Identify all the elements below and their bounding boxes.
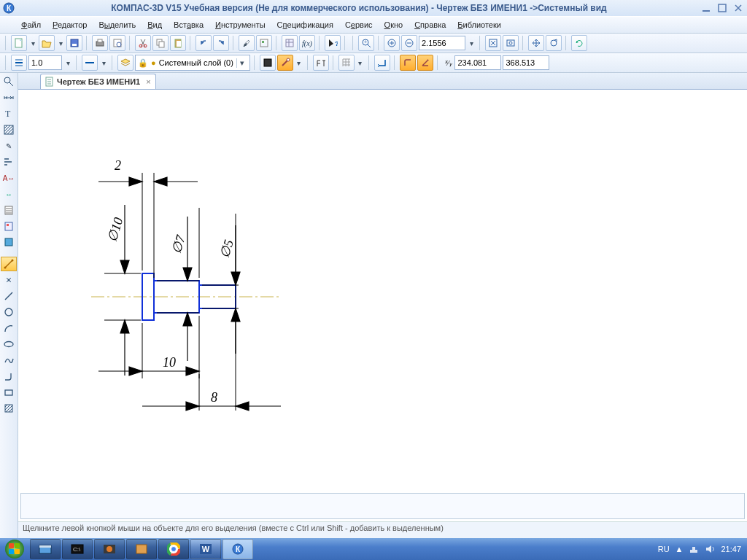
- tool-measure[interactable]: A↔: [1, 171, 17, 185]
- zoom-fit-button[interactable]: [485, 35, 501, 51]
- lang-indicator[interactable]: RU: [658, 545, 670, 553]
- ortho-button[interactable]: [374, 55, 390, 71]
- snap-dropdown[interactable]: ▾: [295, 55, 303, 71]
- menu-help[interactable]: Справка: [409, 19, 451, 31]
- print-preview-button[interactable]: [109, 35, 125, 51]
- tool-params[interactable]: [1, 155, 17, 169]
- tool-segment[interactable]: [1, 289, 17, 303]
- round-button[interactable]: [400, 55, 416, 71]
- open-button[interactable]: [39, 35, 55, 51]
- document-tab[interactable]: Чертеж БЕЗ ИМЕНИ1 ×: [40, 74, 156, 89]
- task-explorer[interactable]: [30, 539, 61, 559]
- task-kompas[interactable]: К: [222, 539, 253, 559]
- coord-y-field[interactable]: 368.513: [503, 55, 549, 70]
- clock[interactable]: 21:47: [721, 545, 741, 553]
- layer-combo[interactable]: 🔒 ● Системный слой (0) ▾: [135, 55, 250, 71]
- tool-spline[interactable]: [1, 353, 17, 368]
- zoom-window-button[interactable]: +: [358, 35, 374, 51]
- menu-libs[interactable]: Библиотеки: [452, 19, 506, 31]
- drawing-canvas[interactable]: 2 ∅10: [18, 90, 747, 491]
- task-word[interactable]: W: [190, 539, 221, 559]
- start-button[interactable]: [0, 538, 29, 560]
- tool-text[interactable]: T: [1, 106, 17, 121]
- svg-point-42: [5, 308, 12, 316]
- tool-ellipse[interactable]: [1, 337, 17, 351]
- tool-line[interactable]: [1, 257, 17, 271]
- redo-button[interactable]: [213, 35, 229, 51]
- tool-properties-button[interactable]: [256, 35, 272, 51]
- tool-rect[interactable]: [1, 385, 17, 400]
- tool-edit[interactable]: ✎: [1, 139, 17, 153]
- local-cs-button[interactable]: [417, 55, 433, 71]
- rotate-button[interactable]: [546, 35, 562, 51]
- tool-fillet[interactable]: [1, 369, 17, 384]
- tool-hatch[interactable]: [1, 122, 17, 137]
- tool-point[interactable]: [1, 273, 17, 287]
- maximize-button[interactable]: [716, 2, 728, 14]
- linewidth-field[interactable]: 1.0: [28, 55, 62, 70]
- task-app2[interactable]: [126, 539, 157, 559]
- tool-insert[interactable]: [1, 235, 17, 249]
- tray-volume-icon[interactable]: [705, 544, 715, 554]
- zoom-out-button[interactable]: [401, 35, 417, 51]
- menu-insert[interactable]: Вставка: [169, 19, 209, 31]
- cad-drawing: 2 ∅10: [47, 112, 339, 476]
- help-context-button[interactable]: ?: [325, 35, 341, 51]
- tool-select[interactable]: ↔: [1, 187, 17, 201]
- tray-flag-icon[interactable]: ▲: [676, 545, 684, 553]
- zoom-in-button[interactable]: [384, 35, 400, 51]
- pan-button[interactable]: [528, 35, 544, 51]
- zoom-dropdown[interactable]: ▾: [467, 35, 476, 51]
- color-button[interactable]: [260, 55, 276, 71]
- layer-dropdown[interactable]: ▾: [236, 58, 247, 68]
- tool-geometry[interactable]: [1, 74, 17, 89]
- zoom-field[interactable]: 2.1556: [419, 36, 465, 50]
- new-button[interactable]: [11, 35, 27, 51]
- property-panel[interactable]: [20, 493, 745, 519]
- tool-hatchfill[interactable]: [1, 401, 17, 416]
- menu-window[interactable]: Окно: [379, 19, 409, 31]
- copy-button[interactable]: [152, 35, 169, 51]
- menu-view[interactable]: Вид: [142, 19, 167, 31]
- menu-tools[interactable]: Инструменты: [210, 19, 271, 31]
- save-button[interactable]: [66, 35, 82, 51]
- tool-brush-button[interactable]: 🖌: [239, 35, 255, 51]
- paste-button[interactable]: [170, 35, 186, 51]
- grid-dropdown[interactable]: ▾: [356, 55, 365, 71]
- linestyle-dropdown[interactable]: ▾: [99, 55, 108, 71]
- task-cmd[interactable]: C:\: [62, 539, 93, 559]
- task-chrome[interactable]: [158, 539, 189, 559]
- tab-close-icon[interactable]: ×: [146, 77, 150, 86]
- menu-select[interactable]: Выделить: [93, 19, 141, 31]
- grid-button[interactable]: [338, 55, 355, 71]
- tray-network-icon[interactable]: [689, 544, 699, 554]
- cut-button[interactable]: [135, 35, 151, 51]
- menu-edit[interactable]: Редактор: [47, 19, 92, 31]
- linewidth-icon[interactable]: [11, 55, 27, 71]
- dim-style-button[interactable]: [313, 55, 329, 71]
- snap-toggle-button[interactable]: [277, 55, 293, 71]
- open-dropdown[interactable]: ▾: [56, 35, 65, 51]
- undo-button[interactable]: [196, 35, 212, 51]
- tool-arc[interactable]: [1, 321, 17, 335]
- menu-spec[interactable]: Спецификация: [272, 19, 338, 31]
- linewidth-dropdown[interactable]: ▾: [63, 55, 72, 71]
- tool-dimensions[interactable]: [1, 90, 17, 105]
- menu-file[interactable]: Файл: [16, 19, 46, 31]
- redraw-button[interactable]: [571, 35, 587, 51]
- print-button[interactable]: [92, 35, 108, 51]
- menu-service[interactable]: Сервис: [340, 19, 378, 31]
- layers-button[interactable]: [117, 55, 133, 71]
- tool-variables-button[interactable]: f(x): [299, 35, 315, 51]
- line-solid-button[interactable]: [82, 55, 98, 71]
- zoom-prev-button[interactable]: [503, 35, 519, 51]
- tool-reports[interactable]: [1, 219, 17, 233]
- new-dropdown[interactable]: ▾: [28, 35, 37, 51]
- tool-spec[interactable]: [1, 203, 17, 217]
- minimize-button[interactable]: [700, 2, 712, 14]
- close-button[interactable]: [732, 2, 744, 14]
- coord-x-field[interactable]: 234.081: [454, 55, 501, 70]
- task-app1[interactable]: [94, 539, 125, 559]
- tool-manager-button[interactable]: [282, 35, 298, 51]
- tool-circle[interactable]: [1, 305, 17, 319]
